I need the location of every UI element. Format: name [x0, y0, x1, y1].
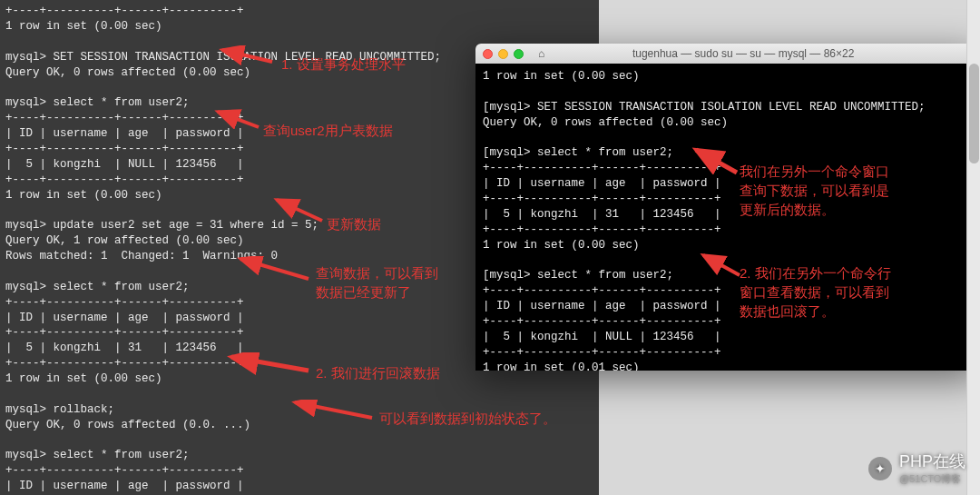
- right-terminal-window[interactable]: ⌂ tugenhua — sudo su — su — mysql — 86×2…: [475, 44, 980, 371]
- annotation-b1: 我们在另外一个命令窗口 查询下数据，可以看到是 更新后的数据。: [740, 162, 889, 219]
- term-line: 1 row in set (0.00 sec): [5, 372, 162, 385]
- term-line: +----+----------+------+----------+: [5, 5, 244, 17]
- titlebar[interactable]: ⌂ tugenhua — sudo su — su — mysql — 86×2…: [475, 44, 980, 64]
- term-line: | 5 | kongzhi | NULL | 123456 |: [5, 158, 244, 171]
- term-line: mysql> rollback;: [5, 403, 114, 416]
- term-line: | 5 | kongzhi | NULL | 123456 |: [483, 331, 721, 343]
- right-terminal[interactable]: 1 row in set (0.00 sec) [mysql> SET SESS…: [475, 64, 980, 371]
- svg-line-2: [277, 200, 322, 221]
- arrow-icon: [699, 252, 744, 284]
- term-line: +----+----------+------+----------+: [5, 112, 244, 124]
- term-line: +----+----------+------+----------+: [483, 193, 721, 205]
- term-line: +----+----------+------+----------+: [483, 315, 721, 328]
- minimize-icon[interactable]: [498, 49, 508, 59]
- arrow-icon: [290, 400, 377, 427]
- svg-line-0: [222, 50, 272, 62]
- term-line: mysql> select * from user2;: [5, 281, 190, 293]
- term-line: mysql> select * from user2;: [5, 96, 190, 109]
- term-line: +----+----------+------+----------+: [5, 143, 244, 155]
- term-line: | ID | username | age | password |: [5, 127, 244, 140]
- scrollbar[interactable]: [966, 0, 980, 495]
- term-line: 1 row in set (0.00 sec): [483, 70, 640, 83]
- svg-line-7: [703, 255, 740, 275]
- term-line: Query OK, 0 rows affected (0.00 sec): [483, 116, 728, 129]
- wechat-icon: ✦: [868, 457, 892, 480]
- scrollbar-thumb[interactable]: [969, 64, 979, 163]
- term-line: +----+----------+------+----------+: [5, 326, 244, 339]
- term-line: +----+----------+------+----------+: [5, 464, 244, 477]
- term-line: +----+----------+------+----------+: [483, 284, 721, 297]
- watermark: ✦ PHP在线 @51CTO博客: [868, 450, 965, 486]
- term-line: | ID | username | age | password |: [483, 300, 721, 312]
- term-line: | 5 | kongzhi | 31 | 123456 |: [5, 342, 244, 354]
- term-line: +----+----------+------+----------+: [483, 223, 721, 236]
- term-line: +----+----------+------+----------+: [483, 346, 721, 359]
- window-title: tugenhua — sudo su — su — mysql — 86×22: [514, 47, 973, 60]
- term-line: 1 row in set (0.01 sec): [483, 361, 640, 371]
- watermark-sub: @51CTO博客: [899, 472, 965, 486]
- term-line: 1 row in set (0.00 sec): [5, 189, 162, 202]
- arrow-icon: [213, 109, 263, 136]
- term-line: 1 row in set (0.00 sec): [483, 239, 640, 252]
- svg-line-1: [218, 112, 259, 127]
- term-line: | ID | username | age | password |: [5, 312, 244, 324]
- term-line: | ID | username | age | password |: [5, 480, 244, 492]
- annotation-6: 可以看到数据到初始状态了。: [379, 409, 556, 428]
- term-line: | ID | username | age | password |: [483, 177, 721, 190]
- term-line: mysql> select * from user2;: [5, 449, 190, 461]
- term-line: +----+----------+------+----------+: [5, 173, 244, 186]
- svg-line-4: [231, 357, 309, 371]
- term-line: [mysql> SET SESSION TRANSACTION ISOLATIO…: [483, 101, 926, 114]
- arrow-icon: [236, 256, 313, 288]
- close-icon[interactable]: [483, 49, 493, 59]
- term-line: | 5 | kongzhi | 31 | 123456 |: [483, 208, 721, 221]
- watermark-main: PHP在线: [899, 450, 965, 472]
- term-line: Query OK, 1 row affected (0.00 sec): [5, 234, 244, 247]
- annotation-b2: 2. 我们在另外一个命令行 窗口查看数据，可以看到 数据也回滚了。: [740, 263, 891, 321]
- svg-line-3: [240, 259, 309, 279]
- svg-line-6: [696, 150, 737, 173]
- arrow-icon: [272, 198, 327, 225]
- svg-line-5: [295, 402, 372, 418]
- term-line: [mysql> select * from user2;: [483, 269, 673, 282]
- annotation-4: 查询数据，可以看到 数据已经更新了: [316, 263, 438, 302]
- annotation-5: 2. 我们进行回滚数据: [316, 363, 440, 382]
- term-line: +----+----------+------+----------+: [483, 162, 721, 174]
- term-line: +----+----------+------+----------+: [5, 357, 244, 370]
- annotation-3: 更新数据: [327, 214, 381, 233]
- arrow-icon: [227, 352, 313, 380]
- arrow-icon: [218, 45, 281, 73]
- annotation-1: 1. 设置事务处理水平: [281, 54, 406, 74]
- term-line: [mysql> select * from user2;: [483, 146, 673, 159]
- arrow-icon: [691, 147, 741, 183]
- term-line: +----+----------+------+----------+: [5, 296, 244, 309]
- term-line: Query OK, 0 rows affected (0.00 sec): [5, 66, 250, 79]
- term-line: Query OK, 0 rows affected (0.0. ...): [5, 419, 250, 431]
- annotation-2: 查询user2用户表数据: [263, 121, 393, 140]
- term-line: 1 row in set (0.00 sec): [5, 20, 162, 33]
